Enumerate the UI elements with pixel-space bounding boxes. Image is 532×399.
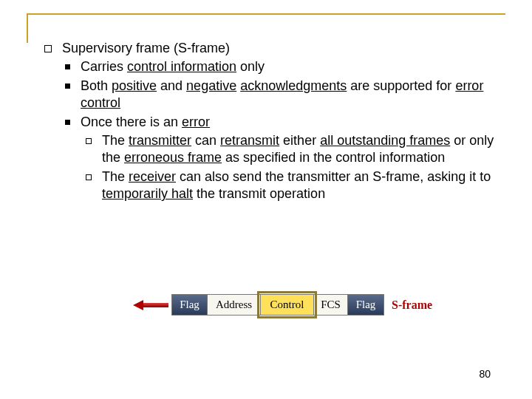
text: Both [81,78,112,93]
text-underlined: error [182,115,210,129]
text-underlined: erroneous frame [124,150,222,165]
bullet-3b: The receiver can also send the transmitt… [102,168,495,203]
decorative-rule-left [27,13,28,43]
text: and [157,78,186,93]
cell-flag: Flag [172,295,208,315]
text-underlined: retransmit [220,133,279,148]
bullet-icon [65,120,70,125]
bullet-icon [44,45,52,52]
arrow-left-icon [133,300,168,310]
bullet-icon [65,83,70,89]
sframe-label: S-frame [392,299,432,312]
bullet-3: Once there is an error [81,114,495,131]
bullet-icon [86,138,92,144]
bullet-3a: The transmitter can retransmit either al… [102,132,495,167]
page-number: 80 [479,368,491,380]
text: Once there is an [81,115,182,129]
text: only [236,59,265,74]
cell-fcs: FCS [314,295,348,315]
text-underlined: positive [112,78,157,93]
heading-text: Supervisory frame (S-frame) [62,40,495,57]
cell-control-label: Control [270,299,304,310]
decorative-rule-top [27,13,505,15]
text-underlined: negative [186,78,236,93]
text-underlined: temporarily halt [102,186,193,201]
cell-flag: Flag [348,295,383,315]
text-underlined: acknowledgments [240,78,347,93]
text: either [279,133,320,148]
frame-structure: Flag Address Control FCS Flag [171,294,384,316]
text: Carries [81,59,127,74]
text: can also send the transmitter an S-frame… [176,169,491,184]
bullet-icon [65,64,70,69]
text-underlined: transmitter [129,133,191,148]
frame-diagram: Flag Address Control FCS Flag S-frame [133,294,432,316]
cell-control: Control [261,295,314,315]
text: as specified in the control information [222,150,445,165]
text-underlined: all outstanding frames [320,133,450,148]
cell-address: Address [208,295,261,315]
bullet-2: Both positive and negative acknowledgmen… [81,78,495,112]
text-underlined: receiver [129,169,176,184]
bullet-1: Carries control information only [81,58,495,75]
text: are supported for [347,78,455,93]
text: can [191,133,220,148]
slide-content: Supervisory frame (S-frame) Carries cont… [44,40,495,205]
text: The [102,169,129,184]
bullet-icon [86,174,92,180]
text-underlined: control information [127,59,236,74]
text: the transmit operation [193,186,325,201]
text: The [102,133,129,148]
